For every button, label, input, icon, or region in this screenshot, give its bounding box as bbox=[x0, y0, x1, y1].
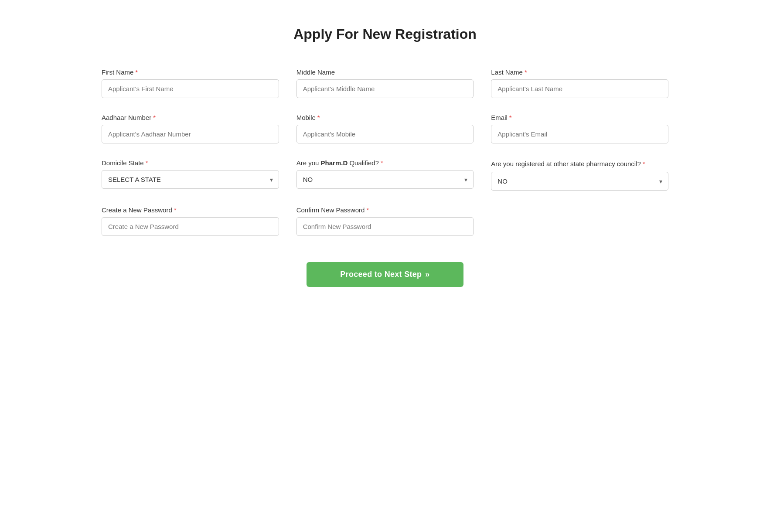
confirm-password-group: Confirm New Password* bbox=[296, 206, 474, 236]
registered-other-state-select[interactable]: NO YES bbox=[491, 172, 668, 191]
aadhaar-required: * bbox=[153, 114, 156, 121]
mobile-group: Mobile* bbox=[296, 114, 474, 143]
email-input[interactable] bbox=[491, 125, 668, 143]
first-name-input[interactable] bbox=[102, 79, 279, 98]
first-name-required: * bbox=[135, 68, 138, 76]
first-name-label: First Name* bbox=[102, 68, 279, 76]
middle-name-input[interactable] bbox=[296, 79, 474, 98]
domicile-select-wrapper: SELECT A STATE bbox=[102, 170, 279, 189]
page-title: Apply For New Registration bbox=[102, 26, 668, 42]
email-required: * bbox=[509, 114, 512, 121]
create-password-label: Create a New Password* bbox=[102, 206, 279, 214]
registered-select-wrapper: NO YES bbox=[491, 172, 668, 191]
email-label: Email* bbox=[491, 114, 668, 121]
domicile-required: * bbox=[146, 159, 148, 167]
last-name-label: Last Name* bbox=[491, 68, 668, 76]
page-container: Apply For New Registration First Name* M… bbox=[93, 0, 677, 322]
pharm-qualified-group: Are you Pharm.D Qualified?* NO YES bbox=[296, 159, 474, 191]
button-row: Proceed to Next Step » bbox=[102, 262, 668, 287]
form-grid: First Name* Middle Name Last Name* Aadha… bbox=[102, 68, 668, 236]
create-password-input[interactable] bbox=[102, 217, 279, 236]
domicile-state-select[interactable]: SELECT A STATE bbox=[102, 170, 279, 189]
domicile-state-label: Domicile State* bbox=[102, 159, 279, 167]
create-password-group: Create a New Password* bbox=[102, 206, 279, 236]
proceed-button[interactable]: Proceed to Next Step » bbox=[307, 262, 463, 287]
last-name-required: * bbox=[525, 68, 527, 76]
registered-required: * bbox=[643, 160, 645, 167]
pharm-required: * bbox=[381, 159, 383, 167]
last-name-group: Last Name* bbox=[491, 68, 668, 98]
registered-other-state-group: Are you registered at other state pharma… bbox=[491, 159, 668, 191]
mobile-label: Mobile* bbox=[296, 114, 474, 121]
confirm-password-label: Confirm New Password* bbox=[296, 206, 474, 214]
pharm-qualified-label: Are you Pharm.D Qualified?* bbox=[296, 159, 474, 167]
mobile-required: * bbox=[317, 114, 320, 121]
confirm-password-input[interactable] bbox=[296, 217, 474, 236]
middle-name-group: Middle Name bbox=[296, 68, 474, 98]
first-name-group: First Name* bbox=[102, 68, 279, 98]
domicile-state-group: Domicile State* SELECT A STATE bbox=[102, 159, 279, 191]
confirm-password-required: * bbox=[366, 206, 369, 214]
proceed-chevron-icon: » bbox=[425, 270, 429, 279]
aadhaar-label: Aadhaar Number* bbox=[102, 114, 279, 121]
registered-other-state-label: Are you registered at other state pharma… bbox=[491, 159, 668, 168]
aadhaar-group: Aadhaar Number* bbox=[102, 114, 279, 143]
proceed-button-label: Proceed to Next Step bbox=[340, 270, 422, 279]
mobile-input[interactable] bbox=[296, 125, 474, 143]
pharm-qualified-select[interactable]: NO YES bbox=[296, 170, 474, 189]
empty-column bbox=[491, 206, 668, 236]
pharm-select-wrapper: NO YES bbox=[296, 170, 474, 189]
email-group: Email* bbox=[491, 114, 668, 143]
last-name-input[interactable] bbox=[491, 79, 668, 98]
middle-name-label: Middle Name bbox=[296, 68, 474, 76]
aadhaar-input[interactable] bbox=[102, 125, 279, 143]
create-password-required: * bbox=[174, 206, 177, 214]
